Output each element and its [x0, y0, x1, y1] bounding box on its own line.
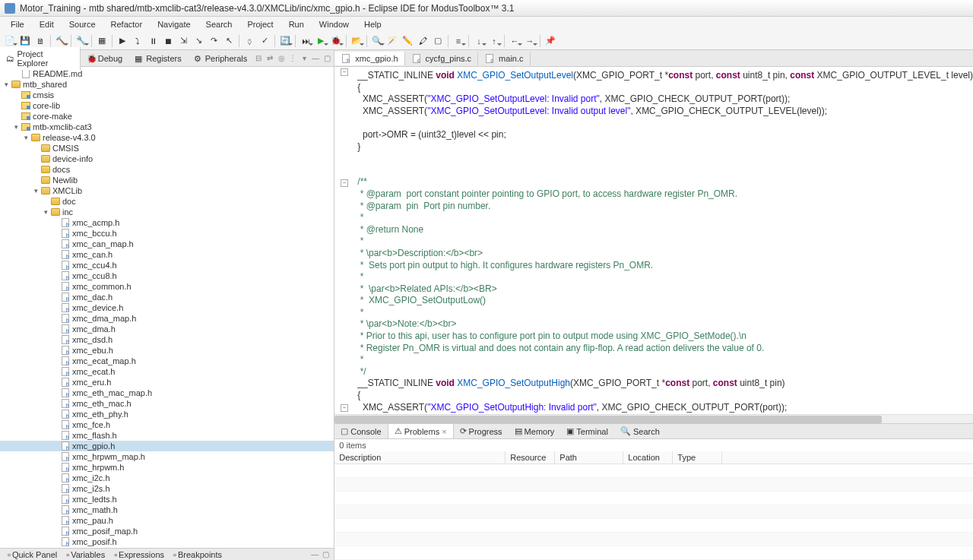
save-all-button[interactable]: 🗎 — [33, 34, 47, 48]
run-button-1[interactable]: ▶ — [116, 34, 129, 48]
tree-item[interactable]: ▾mtb-xmclib-cat3 — [0, 122, 334, 132]
view-tab-quick-panel[interactable]: ▫Quick Panel — [3, 550, 62, 559]
tree-item[interactable]: ▾inc — [0, 207, 334, 217]
view-tab-expressions[interactable]: ▫Expressions — [109, 550, 169, 559]
forward-button[interactable]: → — [523, 34, 537, 48]
fold-marker[interactable]: − — [341, 404, 348, 412]
run-green-button[interactable]: ▶ — [314, 34, 328, 48]
step-over-button[interactable]: ↷ — [207, 34, 220, 48]
editor-tab[interactable]: main.c — [478, 52, 530, 65]
tree-item[interactable]: xmc_ledts.h — [0, 494, 334, 505]
tree-item[interactable]: core-lib — [0, 100, 334, 111]
view-tab-variables[interactable]: ▫Variables — [62, 550, 109, 559]
tree-item[interactable]: xmc_ecat.h — [0, 366, 334, 377]
tree-item[interactable]: xmc_hrpwm_map.h — [0, 451, 334, 462]
editor-tab[interactable]: cycfg_pins.c — [405, 52, 479, 65]
filter-icon[interactable]: ⋮ — [287, 53, 298, 64]
save-button[interactable]: 💾 — [18, 34, 32, 48]
tree-item[interactable]: xmc_ccu8.h — [0, 271, 334, 281]
tree-item[interactable]: device-info — [0, 153, 334, 164]
toggle-mark-button[interactable]: ✓ — [258, 34, 271, 48]
tree-item[interactable]: xmc_posif_map.h — [0, 526, 334, 536]
tree-item[interactable]: xmc_dma_map.h — [0, 313, 334, 324]
tree-item[interactable]: cmsis — [0, 90, 334, 100]
view-tab-breakpoints[interactable]: ▫Breakpoints — [169, 550, 227, 559]
skip-button[interactable]: ⏭ — [299, 34, 312, 48]
prev-annotation-button[interactable]: ↑ — [487, 34, 501, 48]
focus-icon[interactable]: ◎ — [276, 53, 287, 64]
new-button[interactable]: 📄 — [3, 34, 17, 48]
tree-item[interactable]: xmc_fce.h — [0, 419, 334, 430]
collapse-icon[interactable]: ▾ — [41, 207, 50, 217]
toggle-button[interactable]: ▦ — [95, 34, 109, 48]
view-tab-registers[interactable]: ▦Registers — [128, 52, 187, 65]
build-button[interactable]: 🔨 — [54, 34, 68, 48]
edit-button[interactable]: ✏️ — [401, 34, 414, 48]
disconnect-button[interactable]: ⇲ — [176, 34, 190, 48]
column-header[interactable]: Location — [623, 451, 673, 464]
maximize-bl-icon[interactable]: ▢ — [320, 549, 331, 560]
tree-item[interactable]: xmc_ebu.h — [0, 345, 334, 356]
tree-item[interactable]: xmc_device.h — [0, 302, 334, 313]
restart-button[interactable]: 🔄 — [278, 34, 292, 48]
column-header[interactable]: Type — [673, 451, 722, 464]
tree-item[interactable]: xmc_flash.h — [0, 430, 334, 441]
debug-bug-button[interactable]: 🐞 — [329, 34, 343, 48]
tree-item[interactable]: Newlib — [0, 175, 334, 185]
tree-item[interactable]: xmc_i2s.h — [0, 483, 334, 494]
column-header[interactable]: Resource — [506, 451, 555, 464]
tree-item[interactable]: ▾XMCLib — [0, 185, 334, 196]
tree-item[interactable]: doc — [0, 196, 334, 207]
stop-button[interactable]: ⏹ — [161, 34, 175, 48]
menu-run[interactable]: Run — [281, 18, 312, 30]
tree-item[interactable]: xmc_math.h — [0, 505, 334, 515]
pause-button[interactable]: ⏸ — [146, 34, 160, 48]
menu-window[interactable]: Window — [312, 18, 357, 30]
column-header[interactable]: Description — [334, 451, 506, 464]
tools-button[interactable]: 🔧 — [74, 34, 88, 48]
tree-item[interactable]: xmc_pau.h — [0, 515, 334, 526]
fold-marker[interactable]: − — [341, 68, 348, 76]
panel-tab-progress[interactable]: ⟳Progress — [454, 424, 509, 438]
filter-button[interactable]: ▢ — [431, 34, 445, 48]
tree-item[interactable]: xmc_dsd.h — [0, 334, 334, 345]
wand-button[interactable]: 🪄 — [385, 34, 399, 48]
view-tab-peripherals[interactable]: ⚙Peripherals — [188, 52, 254, 65]
panel-tab-terminal[interactable]: ▣Terminal — [560, 424, 614, 438]
panel-tab-search[interactable]: 🔍Search — [614, 424, 666, 438]
menu-project[interactable]: Project — [239, 18, 280, 30]
tree-item[interactable]: xmc_ecat_map.h — [0, 356, 334, 366]
tree-item[interactable]: xmc_dac.h — [0, 292, 334, 302]
project-explorer-tree[interactable]: README.md▾mtb_sharedcmsiscore-libcore-ma… — [0, 67, 334, 548]
tree-item[interactable]: xmc_can_map.h — [0, 239, 334, 249]
menu-edit[interactable]: Edit — [32, 18, 62, 30]
menu-help[interactable]: Help — [357, 18, 389, 30]
view-menu-icon[interactable]: ▾ — [299, 53, 309, 64]
code-editor[interactable]: − − − + __STATIC_INLINE void XMC_GPIO_Se… — [334, 67, 973, 414]
highlight-button[interactable]: 🖍 — [416, 34, 429, 48]
tree-item[interactable]: xmc_can.h — [0, 249, 334, 260]
minimize-icon[interactable]: — — [310, 53, 321, 64]
menu-navigate[interactable]: Navigate — [150, 18, 198, 30]
panel-tab-problems[interactable]: ⚠Problems × — [388, 424, 454, 438]
tree-item[interactable]: xmc_acmp.h — [0, 217, 334, 228]
tree-item[interactable]: ▾mtb_shared — [0, 79, 334, 90]
debug-step-button[interactable]: ⤵ — [131, 34, 144, 48]
minimize-bl-icon[interactable]: — — [309, 549, 320, 560]
link-editor-icon[interactable]: ⇄ — [265, 53, 275, 64]
tree-item[interactable]: xmc_gpio.h — [0, 441, 334, 451]
view-tab-project-explorer[interactable]: 🗂Project Explorer — [0, 47, 81, 70]
collapse-icon[interactable]: ▾ — [2, 80, 11, 89]
align-button[interactable]: ≡ — [452, 34, 465, 48]
search-button[interactable]: 🔍 — [370, 34, 384, 48]
fold-marker[interactable]: − — [341, 179, 348, 187]
panel-tab-console[interactable]: ▢Console — [334, 424, 387, 438]
column-header[interactable]: Path — [555, 451, 623, 464]
pin-button[interactable]: 📌 — [544, 34, 557, 48]
menu-search[interactable]: Search — [198, 18, 240, 30]
view-tab-debug[interactable]: 🐞Debug — [81, 52, 128, 65]
back-button[interactable]: ← — [508, 34, 521, 48]
tree-item[interactable]: ▾release-v4.3.0 — [0, 132, 334, 143]
tree-item[interactable]: xmc_common.h — [0, 281, 334, 292]
tree-item[interactable]: xmc_dma.h — [0, 324, 334, 334]
